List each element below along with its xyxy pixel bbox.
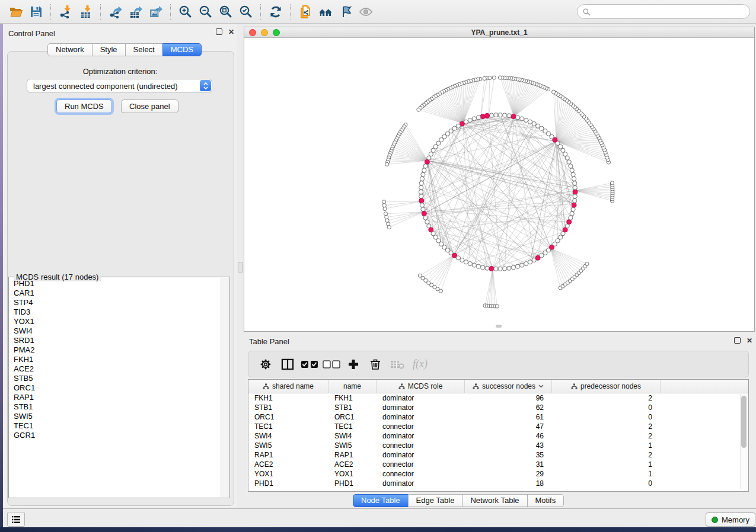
zoom-out-icon[interactable] [196, 2, 216, 21]
table-cell[interactable]: 96 [465, 394, 552, 402]
open-session-icon[interactable] [6, 2, 26, 21]
tab-motifs[interactable]: Motifs [527, 494, 564, 507]
column-header-MCDS-role[interactable]: MCDS role [377, 380, 465, 393]
table-cell[interactable]: dominator [377, 413, 465, 421]
table-cell[interactable]: SWI5 [248, 441, 328, 450]
table-cell[interactable]: 2 [552, 432, 661, 440]
task-history-button[interactable] [7, 512, 25, 527]
table-cell[interactable]: YOX1 [328, 470, 377, 478]
table-cell[interactable]: 43 [465, 441, 552, 450]
table-row[interactable]: YOX1YOX1connector291 [248, 469, 748, 479]
table-scrollbar[interactable] [740, 394, 747, 489]
table-cell[interactable]: 2 [552, 451, 661, 459]
splitter-handle[interactable] [238, 262, 243, 273]
tab-edge-table[interactable]: Edge Table [408, 494, 463, 507]
column-header-successor-nodes[interactable]: successor nodes [465, 380, 552, 393]
table-cell[interactable]: PHD1 [248, 479, 328, 488]
table-cell[interactable]: 1 [552, 441, 661, 450]
select-all-icon[interactable] [301, 355, 318, 374]
table-cell[interactable]: STB1 [328, 403, 377, 412]
mcds-result-item[interactable]: YOX1 [14, 317, 221, 326]
mcds-result-item[interactable]: PMA2 [14, 345, 221, 355]
memory-button[interactable]: Memory [706, 512, 755, 527]
network-canvas[interactable] [244, 38, 754, 331]
table-row[interactable]: PHD1PHD1dominator180 [248, 479, 748, 488]
table-cell[interactable]: 31 [465, 460, 552, 469]
table-cell[interactable]: 0 [552, 403, 661, 412]
toggle-visibility-icon[interactable] [356, 2, 376, 21]
deselect-all-icon[interactable] [323, 355, 340, 374]
tab-select[interactable]: Select [125, 43, 163, 56]
table-cell[interactable]: ORC1 [328, 413, 377, 421]
toggle-style-icon[interactable] [336, 2, 356, 21]
tab-mcds[interactable]: MCDS [162, 43, 202, 56]
table-cell[interactable]: 62 [465, 403, 552, 412]
show-neighbors-icon[interactable] [315, 2, 336, 21]
mcds-result-item[interactable]: STB1 [14, 402, 221, 412]
column-header-name[interactable]: name [328, 380, 377, 393]
table-row[interactable]: ORC1ORC1dominator610 [248, 412, 748, 422]
tab-style[interactable]: Style [92, 43, 126, 56]
mcds-result-item[interactable]: SRD1 [14, 336, 221, 345]
mcds-result-item[interactable]: SWI5 [14, 412, 221, 421]
delete-column-icon[interactable] [366, 355, 384, 374]
table-cell[interactable]: YOX1 [248, 470, 328, 478]
table-cell[interactable]: 0 [552, 413, 661, 421]
tab-network[interactable]: Network [47, 43, 92, 56]
table-cell[interactable]: SWI5 [328, 441, 377, 450]
run-mcds-button[interactable]: Run MCDS [56, 100, 112, 113]
table-cell[interactable]: RAP1 [248, 451, 328, 459]
gear-icon[interactable] [257, 355, 275, 374]
save-session-icon[interactable] [26, 2, 46, 21]
table-row[interactable]: SWI4SWI4dominator462 [248, 431, 748, 441]
table-cell[interactable]: TEC1 [328, 422, 377, 431]
table-cell[interactable]: 1 [552, 460, 661, 469]
table-cell[interactable]: dominator [377, 403, 465, 412]
mcds-result-item[interactable]: RAP1 [14, 393, 221, 402]
table-cell[interactable]: 29 [465, 470, 552, 478]
table-row[interactable]: TEC1TEC1connector472 [248, 422, 748, 431]
mcds-result-item[interactable]: STP4 [14, 298, 221, 307]
table-cell[interactable]: SWI4 [328, 432, 377, 440]
table-cell[interactable]: dominator [377, 394, 465, 402]
clone-network-icon[interactable] [295, 2, 315, 21]
mcds-result-item[interactable]: TEC1 [14, 421, 221, 431]
import-network-icon[interactable] [56, 2, 76, 21]
tab-network-table[interactable]: Network Table [462, 494, 527, 507]
mcds-result-item[interactable]: ORC1 [14, 383, 221, 393]
table-cell[interactable]: connector [377, 441, 465, 450]
table-cell[interactable]: dominator [377, 432, 465, 440]
mcds-result-item[interactable]: STB5 [14, 374, 221, 383]
table-cell[interactable]: SWI4 [248, 432, 328, 440]
table-cell[interactable]: RAP1 [328, 451, 377, 459]
mcds-result-item[interactable]: FKH1 [14, 355, 221, 364]
search-input[interactable] [594, 7, 745, 17]
table-cell[interactable]: 2 [552, 394, 661, 402]
tab-node-table[interactable]: Node Table [353, 494, 409, 507]
table-cell[interactable]: FKH1 [248, 394, 328, 402]
mcds-result-item[interactable]: CAR1 [14, 289, 221, 298]
float-table-panel-icon[interactable] [732, 337, 742, 345]
table-cell[interactable]: 46 [465, 432, 552, 440]
table-cell[interactable]: connector [377, 422, 465, 431]
vertical-splitter[interactable] [237, 24, 243, 508]
table-cell[interactable]: dominator [377, 479, 465, 488]
float-panel-icon[interactable] [214, 28, 224, 37]
mcds-result-item[interactable]: TID3 [14, 307, 221, 317]
table-cell[interactable]: 18 [465, 479, 552, 488]
close-panel-button[interactable]: Close panel [121, 100, 178, 113]
table-cell[interactable]: ACE2 [248, 460, 328, 469]
criterion-dropdown[interactable]: largest connected component (undirected) [27, 79, 212, 92]
table-cell[interactable]: FKH1 [328, 394, 377, 402]
network-window-titlebar[interactable]: YPA_prune.txt_1 [244, 27, 754, 38]
add-column-icon[interactable] [344, 355, 362, 374]
table-cell[interactable]: 0 [552, 479, 661, 488]
table-cell[interactable]: 2 [552, 422, 661, 431]
column-header-shared-name[interactable]: shared name [248, 380, 328, 393]
table-cell[interactable]: STB1 [248, 403, 328, 412]
table-cell[interactable]: PHD1 [328, 479, 377, 488]
mcds-result-list[interactable]: PHD1CAR1STP4TID3YOX1SWI4SRD1PMA2FKH1ACE2… [9, 279, 221, 497]
export-table-icon[interactable] [126, 2, 146, 21]
table-cell[interactable]: connector [377, 470, 465, 478]
table-cell[interactable]: 35 [465, 451, 552, 459]
